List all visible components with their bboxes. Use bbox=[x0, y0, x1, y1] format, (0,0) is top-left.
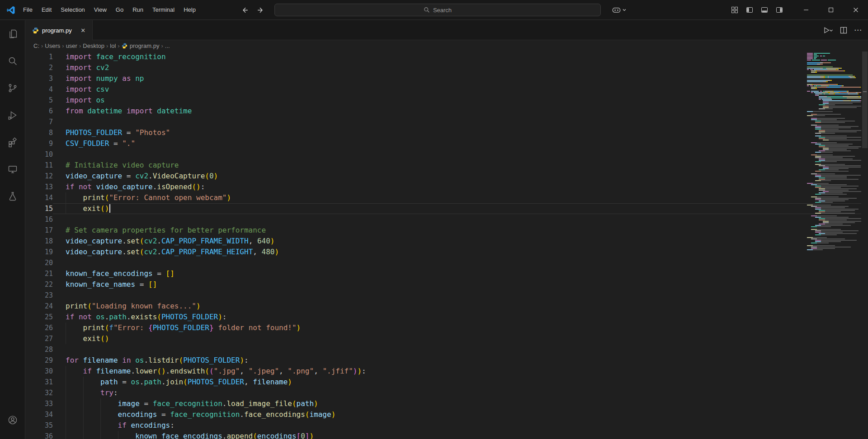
code-line[interactable]: 22known_face_names = [] bbox=[26, 279, 868, 290]
code-line[interactable]: 2import cv2 bbox=[26, 62, 868, 73]
line-number[interactable]: 8 bbox=[26, 127, 53, 138]
line-number[interactable]: 27 bbox=[26, 333, 53, 344]
minimap[interactable] bbox=[807, 52, 861, 439]
line-number[interactable]: 32 bbox=[26, 388, 53, 398]
code-line[interactable]: 17# Set camera properties for better per… bbox=[26, 225, 868, 236]
code-line[interactable]: 11# Initialize video capture bbox=[26, 160, 868, 171]
code-line[interactable]: 33 image = face_recognition.load_image_f… bbox=[26, 398, 868, 409]
code-line[interactable]: 30 if filename.lower().endswith((".jpg",… bbox=[26, 366, 868, 377]
line-number[interactable]: 24 bbox=[26, 301, 53, 312]
breadcrumb-item[interactable]: Users bbox=[45, 42, 60, 49]
line-number[interactable]: 6 bbox=[26, 106, 53, 117]
vertical-scrollbar[interactable] bbox=[862, 51, 868, 439]
line-number[interactable]: 34 bbox=[26, 409, 53, 420]
menu-terminal[interactable]: Terminal bbox=[148, 0, 179, 19]
code-line[interactable]: 1import face_recognition bbox=[26, 51, 868, 62]
editor[interactable]: 1import face_recognition2import cv23impo… bbox=[26, 51, 868, 439]
explorer-icon[interactable] bbox=[0, 20, 25, 47]
scrollbar-slider[interactable] bbox=[862, 51, 868, 148]
code-line[interactable]: 24print("Loading known faces...") bbox=[26, 301, 868, 312]
split-editor-icon[interactable] bbox=[840, 27, 847, 34]
line-number[interactable]: 18 bbox=[26, 236, 53, 247]
code-line[interactable]: 31 path = os.path.join(PHOTOS_FOLDER, fi… bbox=[26, 377, 868, 388]
breadcrumb-item[interactable]: user bbox=[66, 42, 77, 49]
line-number[interactable]: 20 bbox=[26, 257, 53, 268]
code-line[interactable]: 7 bbox=[26, 117, 868, 127]
tab-program-py[interactable]: program.py ✕ bbox=[26, 20, 93, 40]
code-line[interactable]: 18video_capture.set(cv2.CAP_PROP_FRAME_W… bbox=[26, 236, 868, 247]
line-number[interactable]: 30 bbox=[26, 366, 53, 377]
customize-layout-icon[interactable] bbox=[731, 6, 738, 14]
line-number[interactable]: 1 bbox=[26, 51, 53, 62]
line-number[interactable]: 28 bbox=[26, 344, 53, 355]
code-line[interactable]: 27 exit() bbox=[26, 333, 868, 344]
line-number[interactable]: 23 bbox=[26, 290, 53, 301]
code-line[interactable]: 34 encodings = face_recognition.face_enc… bbox=[26, 409, 868, 420]
line-number[interactable]: 36 bbox=[26, 431, 53, 439]
menu-edit[interactable]: Edit bbox=[37, 0, 56, 19]
code-line[interactable]: 26 print(f"Error: {PHOTOS_FOLDER} folder… bbox=[26, 322, 868, 333]
code-line[interactable]: 4import csv bbox=[26, 84, 868, 95]
line-number[interactable]: 11 bbox=[26, 160, 53, 171]
command-center-search[interactable]: Search bbox=[274, 4, 601, 16]
back-icon[interactable] bbox=[241, 6, 249, 14]
menu-selection[interactable]: Selection bbox=[56, 0, 89, 19]
code-line[interactable]: 14 print("Error: Cannot open webcam") bbox=[26, 192, 868, 203]
close-button[interactable] bbox=[843, 0, 868, 20]
run-python-file-button[interactable] bbox=[823, 27, 833, 34]
copilot-control[interactable] bbox=[612, 0, 627, 20]
minimize-button[interactable] bbox=[793, 0, 818, 20]
line-number[interactable]: 19 bbox=[26, 247, 53, 257]
breadcrumb-item[interactable]: ... bbox=[165, 42, 170, 49]
line-number[interactable]: 22 bbox=[26, 279, 53, 290]
line-number[interactable]: 15 bbox=[26, 203, 53, 214]
toggle-panel-icon[interactable] bbox=[761, 6, 768, 14]
code-line[interactable]: 35 if encodings: bbox=[26, 420, 868, 431]
code-line[interactable]: 23 bbox=[26, 290, 868, 301]
code-line[interactable]: 10 bbox=[26, 149, 868, 160]
toggle-primary-sidebar-icon[interactable] bbox=[746, 6, 753, 14]
run-and-debug-icon[interactable] bbox=[0, 102, 25, 129]
source-control-icon[interactable] bbox=[0, 75, 25, 102]
line-number[interactable]: 7 bbox=[26, 117, 53, 127]
code-line[interactable]: 8PHOTOS_FOLDER = "Photos" bbox=[26, 127, 868, 138]
code-line[interactable]: 32 try: bbox=[26, 388, 868, 398]
search-sidebar-icon[interactable] bbox=[0, 47, 25, 75]
testing-icon[interactable] bbox=[0, 183, 25, 210]
menu-go[interactable]: Go bbox=[111, 0, 128, 19]
line-number[interactable]: 17 bbox=[26, 225, 53, 236]
code-line[interactable]: 15 exit() bbox=[26, 203, 868, 214]
maximize-button[interactable] bbox=[818, 0, 843, 20]
line-number[interactable]: 13 bbox=[26, 182, 53, 192]
accounts-icon[interactable] bbox=[0, 406, 25, 434]
line-number[interactable]: 5 bbox=[26, 95, 53, 106]
tab-close-icon[interactable]: ✕ bbox=[79, 26, 88, 35]
remote-explorer-icon[interactable] bbox=[0, 156, 25, 183]
code-line[interactable]: 5import os bbox=[26, 95, 868, 106]
code-line[interactable]: 21known_face_encodings = [] bbox=[26, 268, 868, 279]
line-number[interactable]: 3 bbox=[26, 73, 53, 84]
line-number[interactable]: 29 bbox=[26, 355, 53, 366]
line-number[interactable]: 12 bbox=[26, 171, 53, 182]
extensions-icon[interactable] bbox=[0, 129, 25, 156]
code-line[interactable]: 25if not os.path.exists(PHOTOS_FOLDER): bbox=[26, 312, 868, 322]
forward-icon[interactable] bbox=[256, 6, 264, 14]
code-line[interactable]: 9CSV_FOLDER = "." bbox=[26, 138, 868, 149]
code-line[interactable]: 36 known_face_encodings.append(encodings… bbox=[26, 431, 868, 439]
line-number[interactable]: 31 bbox=[26, 377, 53, 388]
code-line[interactable]: 28 bbox=[26, 344, 868, 355]
line-number[interactable]: 21 bbox=[26, 268, 53, 279]
code-line[interactable]: 13if not video_capture.isOpened(): bbox=[26, 182, 868, 192]
more-actions-icon[interactable]: ⋯ bbox=[854, 28, 862, 33]
menu-help[interactable]: Help bbox=[179, 0, 200, 19]
toggle-secondary-sidebar-icon[interactable] bbox=[776, 6, 783, 14]
code-line[interactable]: 12video_capture = cv2.VideoCapture(0) bbox=[26, 171, 868, 182]
menu-view[interactable]: View bbox=[90, 0, 111, 19]
code-line[interactable]: 29for filename in os.listdir(PHOTOS_FOLD… bbox=[26, 355, 868, 366]
line-number[interactable]: 25 bbox=[26, 312, 53, 322]
breadcrumb-item[interactable]: Desktop bbox=[83, 42, 104, 49]
line-number[interactable]: 33 bbox=[26, 398, 53, 409]
menu-run[interactable]: Run bbox=[128, 0, 148, 19]
code-line[interactable]: 16 bbox=[26, 214, 868, 225]
code-line[interactable]: 19video_capture.set(cv2.CAP_PROP_FRAME_H… bbox=[26, 247, 868, 257]
